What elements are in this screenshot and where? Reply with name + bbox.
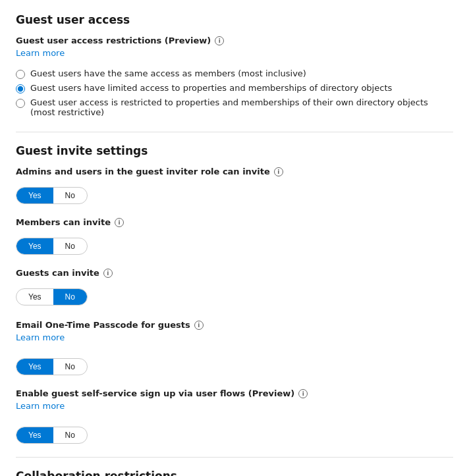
email-otp-block: Email One-Time Passcode for guests i Lea… <box>16 320 453 375</box>
email-otp-learn-more-link[interactable]: Learn more <box>16 332 65 342</box>
admins-invite-toggle: Yes No <box>16 187 88 204</box>
members-invite-no-button[interactable]: No <box>53 238 87 254</box>
guest-access-option-3[interactable]: Guest user access is restricted to prope… <box>16 97 453 117</box>
guests-invite-label: Guests can invite i <box>16 268 453 278</box>
members-invite-yes-button[interactable]: Yes <box>16 238 53 254</box>
guest-user-access-section: Guest user access Guest user access rest… <box>16 13 453 117</box>
email-otp-yes-button[interactable]: Yes <box>16 359 53 375</box>
email-otp-info-icon[interactable]: i <box>194 321 204 330</box>
members-invite-block: Members can invite i Yes No <box>16 217 453 255</box>
admins-invite-info-icon[interactable]: i <box>274 167 283 176</box>
guest-self-service-yes-button[interactable]: Yes <box>16 427 53 443</box>
guest-self-service-label: Enable guest self-service sign up via us… <box>16 388 453 398</box>
email-otp-toggle-wrapper: Yes No <box>16 353 453 375</box>
email-otp-label: Email One-Time Passcode for guests i <box>16 320 453 330</box>
guests-invite-block: Guests can invite i Yes No <box>16 268 453 305</box>
divider-2 <box>16 457 453 458</box>
guest-access-field-label: Guest user access restrictions (Preview)… <box>16 36 453 45</box>
email-otp-no-button[interactable]: No <box>53 359 87 375</box>
admins-invite-yes-button[interactable]: Yes <box>16 188 53 203</box>
divider-1 <box>16 132 453 132</box>
guests-invite-yes-button[interactable]: Yes <box>16 289 53 305</box>
guest-self-service-toggle-wrapper: Yes No <box>16 421 453 444</box>
guest-access-learn-more-link[interactable]: Learn more <box>16 48 65 58</box>
guests-invite-no-button[interactable]: No <box>53 289 87 305</box>
guest-access-radio-group: Guest users have the same access as memb… <box>16 68 453 117</box>
guests-invite-info-icon[interactable]: i <box>103 269 113 278</box>
guest-self-service-block: Enable guest self-service sign up via us… <box>16 388 453 444</box>
collaboration-restrictions-title: Collaboration restrictions <box>16 469 453 476</box>
members-invite-info-icon[interactable]: i <box>115 218 124 227</box>
guest-invite-settings-section: Guest invite settings Admins and users i… <box>16 144 453 305</box>
guest-user-access-title: Guest user access <box>16 13 453 26</box>
admins-invite-no-button[interactable]: No <box>53 188 87 203</box>
guest-invite-settings-title: Guest invite settings <box>16 144 453 157</box>
guest-self-service-learn-more-link[interactable]: Learn more <box>16 401 65 411</box>
guest-access-option-2[interactable]: Guest users have limited access to prope… <box>16 83 453 93</box>
guests-invite-toggle: Yes No <box>16 288 88 305</box>
email-otp-toggle: Yes No <box>16 358 88 375</box>
admins-invite-block: Admins and users in the guest inviter ro… <box>16 167 453 204</box>
guest-access-option-1[interactable]: Guest users have the same access as memb… <box>16 68 453 79</box>
guest-access-radio-2[interactable] <box>16 84 25 93</box>
members-invite-toggle: Yes No <box>16 238 88 255</box>
collaboration-restrictions-section: Collaboration restrictions Allow invitat… <box>16 469 453 476</box>
members-invite-label: Members can invite i <box>16 217 453 227</box>
guest-self-service-info-icon[interactable]: i <box>298 389 308 398</box>
guest-access-radio-3[interactable] <box>16 99 25 108</box>
guest-self-service-no-button[interactable]: No <box>53 427 87 443</box>
admins-invite-label: Admins and users in the guest inviter ro… <box>16 167 453 176</box>
guests-invite-toggle-wrapper: Yes No <box>16 283 453 305</box>
members-invite-toggle-wrapper: Yes No <box>16 232 453 255</box>
guest-self-service-toggle: Yes No <box>16 427 88 444</box>
admins-invite-toggle-wrapper: Yes No <box>16 182 453 204</box>
guest-access-radio-1[interactable] <box>16 70 25 79</box>
guest-access-info-icon[interactable]: i <box>215 36 224 45</box>
